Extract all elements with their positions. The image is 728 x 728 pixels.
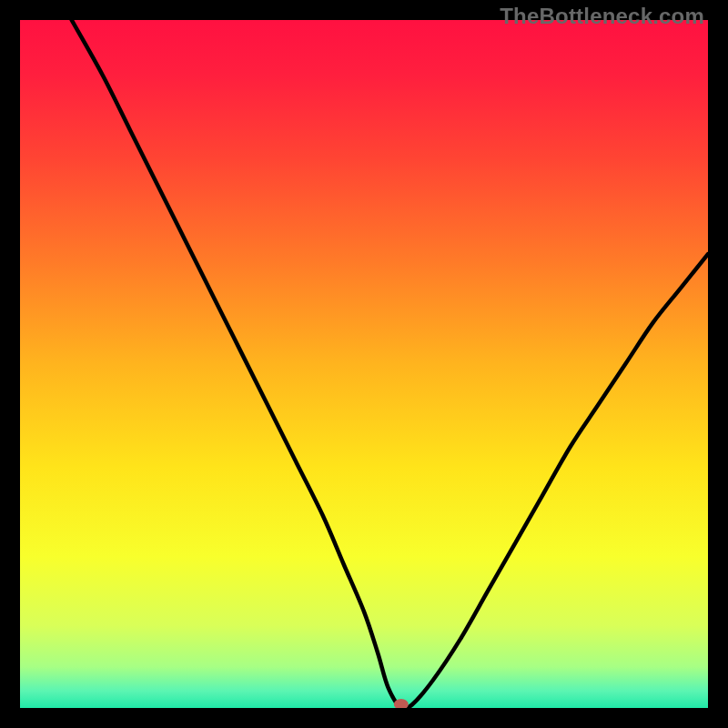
watermark-text: TheBottleneck.com [500, 4, 704, 29]
chart-frame [20, 20, 708, 708]
bottleneck-chart [20, 20, 708, 708]
chart-background [20, 20, 708, 708]
